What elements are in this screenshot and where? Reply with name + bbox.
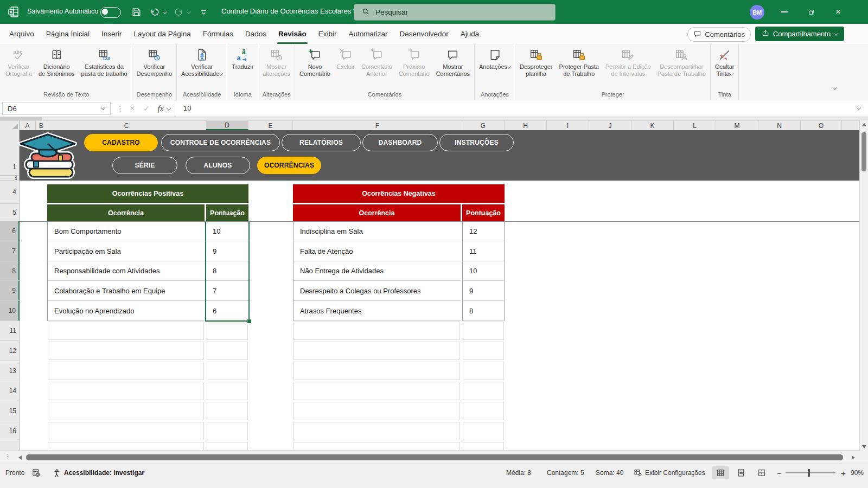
cell-C6[interactable]: Bom Comportamento	[47, 221, 205, 241]
sheet-tabs-grip-icon[interactable]: ⋮	[4, 452, 11, 460]
column-header-H[interactable]: H	[505, 120, 547, 130]
ribbon-button-verificar-acessibilidade[interactable]: Verificar Acessibilidade	[178, 46, 226, 78]
cell-D16[interactable]	[207, 422, 248, 440]
positive-table-title[interactable]: Ocorrências Positivas	[47, 184, 248, 203]
negative-header-pontuacao[interactable]: Pontuação	[462, 204, 505, 221]
zoom-slider-thumb[interactable]	[808, 469, 810, 477]
tab-formulas[interactable]: Fórmulas	[197, 24, 239, 44]
share-button[interactable]: Compartilhamento	[755, 27, 844, 41]
cell-D15[interactable]	[207, 402, 248, 420]
zoom-level[interactable]: 90%	[851, 468, 864, 478]
vertical-scroll-thumb[interactable]	[861, 132, 866, 171]
cell-C15[interactable]	[48, 402, 204, 420]
cell-G8[interactable]: 10	[462, 261, 505, 281]
cell-G6[interactable]: 12	[462, 221, 505, 241]
scroll-up-icon[interactable]	[862, 123, 866, 126]
view-page-layout-button[interactable]	[732, 466, 750, 479]
cell-C14[interactable]	[48, 382, 204, 400]
column-header-K[interactable]: K	[631, 120, 674, 130]
nav-serie[interactable]: SÉRIE	[112, 157, 177, 174]
nav-relatorios[interactable]: RELATÓRIOS	[282, 134, 361, 151]
row-header-11[interactable]: 11	[0, 321, 20, 341]
ribbon-button-verificar-desempenho[interactable]: Verificar Desempenho	[133, 46, 175, 78]
tab-dados[interactable]: Dados	[239, 24, 272, 44]
cell-F14[interactable]	[293, 382, 460, 400]
row-header-8[interactable]: 8	[0, 261, 20, 281]
column-header-O[interactable]: O	[801, 120, 842, 130]
nav-controle-de-ocorrencias[interactable]: CONTROLE DE OCORRÊNCIAS	[161, 134, 280, 151]
ribbon-button-proteger-pasta-de-trabalho[interactable]: Proteger Pasta de Trabalho	[556, 46, 602, 78]
cell-F11[interactable]	[293, 322, 460, 340]
row-header-7[interactable]: 7	[0, 241, 20, 261]
scroll-down-icon[interactable]	[862, 445, 866, 448]
save-icon[interactable]	[129, 5, 143, 19]
accessibility-status[interactable]: Acessibilidade: investigar	[64, 468, 144, 478]
column-header-B[interactable]: B	[36, 120, 47, 130]
cell-C13[interactable]	[48, 362, 204, 380]
column-header-D[interactable]: D	[206, 120, 248, 130]
cell-C7[interactable]: Participação em Sala	[47, 241, 205, 261]
row-header-12[interactable]: 12	[0, 341, 20, 361]
formula-input[interactable]: 10	[183, 104, 191, 112]
column-header-L[interactable]: L	[674, 120, 716, 130]
tab-exibir[interactable]: Exibir	[312, 24, 343, 44]
view-page-break-button[interactable]	[753, 466, 770, 479]
negative-header-ocorrencia[interactable]: Ocorrência	[293, 204, 461, 221]
ribbon-button-desproteger-planilha[interactable]: Desproteger planilha	[516, 46, 556, 78]
cell-F7[interactable]: Falta de Atenção	[293, 241, 461, 261]
negative-table-title[interactable]: Ocorrências Negativas	[293, 184, 505, 203]
select-all-button[interactable]	[0, 120, 20, 130]
avatar[interactable]: BM	[750, 5, 764, 20]
row-header-4[interactable]: 4	[0, 181, 20, 204]
minimize-button[interactable]	[771, 0, 796, 24]
ribbon-button-ocultar-tinta[interactable]: Ocultar Tinta	[712, 46, 737, 78]
cell-G11[interactable]	[463, 322, 504, 340]
close-button[interactable]: ×	[826, 0, 851, 24]
restore-button[interactable]	[799, 0, 824, 24]
search-input[interactable]: Pesquisar	[354, 4, 556, 21]
ribbon-button-novo-comentario[interactable]: Novo Comentário	[296, 46, 334, 78]
undo-icon[interactable]	[148, 5, 162, 19]
column-header-N[interactable]: N	[758, 120, 801, 130]
row-header-9[interactable]: 9	[0, 281, 20, 301]
cell-G15[interactable]	[463, 402, 504, 420]
column-header-A[interactable]: A	[20, 120, 36, 130]
tab-automatizar[interactable]: Automatizar	[343, 24, 394, 44]
nav-ocorrencias[interactable]: OCORRÊNCIAS	[257, 157, 321, 174]
cell-F6[interactable]: Indisciplina em Sala	[293, 221, 461, 241]
cell-G9[interactable]: 9	[462, 281, 505, 301]
row-header-16[interactable]: 16	[0, 421, 20, 441]
zoom-slider[interactable]	[786, 472, 835, 473]
quick-access-options-icon[interactable]	[196, 5, 210, 19]
ribbon-button-estatisticas-da-pasta-de-trabalho[interactable]: 123Estatísticas da pasta de trabalho	[78, 46, 131, 78]
tab-pagina-inicial[interactable]: Página Inicial	[40, 24, 95, 44]
cell-C16[interactable]	[48, 422, 204, 440]
autosave-toggle[interactable]	[100, 7, 121, 18]
zoom-in-button[interactable]: +	[841, 468, 846, 478]
scroll-left-icon[interactable]	[18, 455, 22, 460]
cell-G10[interactable]: 8	[462, 301, 505, 321]
cell-G12[interactable]	[463, 342, 504, 360]
row-header-10[interactable]: 10	[0, 301, 20, 321]
vertical-scrollbar[interactable]	[859, 120, 868, 451]
name-box[interactable]: D6	[2, 102, 111, 115]
ribbon-button-dicionario-de-sinonimos[interactable]: Dicionário de Sinônimos	[35, 46, 78, 78]
cell-G7[interactable]: 11	[462, 241, 505, 261]
cell-D13[interactable]	[207, 362, 248, 380]
column-header-C[interactable]: C	[47, 120, 206, 130]
zoom-out-button[interactable]: −	[777, 468, 782, 478]
cell-D12[interactable]	[207, 342, 248, 360]
display-settings-button[interactable]: Exibir Configurações	[634, 468, 705, 478]
column-header-partial[interactable]	[842, 120, 859, 130]
cell-F15[interactable]	[293, 402, 460, 420]
column-header-E[interactable]: E	[248, 120, 293, 130]
cell-D17[interactable]	[207, 442, 248, 451]
scroll-right-icon[interactable]	[852, 455, 855, 460]
row-header-6[interactable]: 6	[0, 221, 20, 241]
cell-C9[interactable]: Colaboração e Trabalho em Equipe	[47, 281, 205, 301]
cell-D11[interactable]	[207, 322, 248, 340]
insert-function-icon[interactable]: fx	[154, 102, 167, 115]
tab-layout-da-pagina[interactable]: Layout da Página	[128, 24, 197, 44]
column-header-I[interactable]: I	[547, 120, 589, 130]
column-header-M[interactable]: M	[716, 120, 758, 130]
